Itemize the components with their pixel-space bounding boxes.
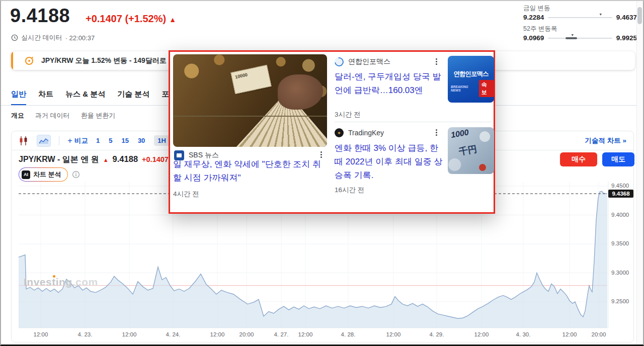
watermark: Investing.com: [24, 276, 98, 288]
sell-button[interactable]: 매도: [602, 152, 634, 166]
up-arrow-icon: ▲: [169, 16, 176, 24]
yonhap-infomax-icon: [333, 55, 345, 68]
clock-icon: [11, 34, 18, 41]
technical-chart-link[interactable]: 기술적 차트 »: [585, 136, 626, 145]
x-axis-label: 4. 28.: [335, 331, 361, 337]
news-timestamp: 3시간 전: [335, 110, 361, 119]
news-headline[interactable]: 일 재무상, 엔화 약세에 "단호한 조치 취할 시점 가까워져": [173, 157, 327, 185]
y-axis-label: 9.4500: [611, 183, 634, 189]
x-axis-label: 12:00: [380, 331, 407, 337]
chart-price: 9.4188: [113, 154, 138, 164]
w52-range-label: 52주 변동폭: [523, 25, 637, 33]
popup-divider: [335, 122, 492, 122]
realtime-time: · 22:00:37: [65, 34, 95, 42]
compare-button[interactable]: +비교: [67, 136, 88, 146]
news-popup: 10000 SBS 뉴스 일 재무상, 엔화 약세에 "단호한 조치 취할 시점…: [169, 50, 495, 214]
x-axis-label: 12:00: [28, 331, 54, 337]
daily-range-bar: ▼: [548, 17, 612, 18]
w52-low: 9.0969: [523, 34, 544, 42]
w52-marker-icon: ▼: [571, 33, 574, 37]
ai-label: 차트 분석: [33, 170, 61, 179]
realtime-label: 실시간 데이터: [21, 33, 62, 42]
news-timestamp: 16시간 전: [335, 186, 364, 195]
main-tabs: 일반차트뉴스 & 분석기술 분석포럼: [11, 90, 177, 106]
banner-accent-bar: [11, 51, 13, 70]
x-axis-label: 4. 30.: [510, 331, 536, 337]
w52-range-row: 9.0969 ▼ 9.9925: [523, 34, 637, 42]
investing-jpykrw-page: 9.4188 +0.1407 (+1.52%)▲ 실시간 데이터 · 22:00…: [0, 0, 644, 346]
range-panel: 금일 변동 9.2284 ▼ 9.4637 52주 변동폭 9.0969 ▼ 9…: [523, 4, 637, 45]
news-timestamp: 4시간 전: [173, 190, 199, 199]
news-headline[interactable]: 엔화 한때 3% 이상 급등, 한때 2022년 이후 최대 일중 상승폭 기록…: [335, 141, 444, 182]
x-axis-label: 12:00: [204, 331, 230, 337]
w52-range-segment: [566, 37, 577, 39]
realtime-row: 실시간 데이터 · 22:00:37: [11, 33, 95, 42]
buy-button[interactable]: 매수: [560, 152, 597, 166]
more-options-icon[interactable]: [436, 129, 437, 131]
subnav-item-0[interactable]: 개요: [11, 111, 24, 120]
scrollbar-thumb[interactable]: [637, 7, 642, 24]
interval-1H[interactable]: 1H: [154, 135, 170, 146]
more-options-icon[interactable]: [320, 151, 322, 153]
watermark-dot: [53, 275, 55, 278]
x-axis-label: 20:00: [586, 331, 612, 337]
y-axis-label: 9.3000: [611, 270, 634, 276]
daily-low: 9.2284: [523, 14, 544, 21]
tab-2[interactable]: 뉴스 & 분석: [65, 90, 105, 106]
x-axis-label: 4. 23.: [72, 331, 98, 337]
w52-range-bar: ▼: [548, 38, 612, 39]
sub-nav: 개요과거 데이터환율 변환기: [11, 111, 115, 120]
more-options-icon[interactable]: [436, 58, 437, 60]
news-thumbnail-yonhap[interactable]: 연합인포맥스 BREAKING NEWS속보: [448, 56, 494, 103]
interval-15[interactable]: 15: [121, 137, 128, 144]
interval-30[interactable]: 30: [138, 137, 145, 144]
y-axis-label: 9.2500: [611, 298, 634, 304]
news-thumbnail-yen-note[interactable]: 1000 千円: [448, 127, 494, 174]
daily-high: 9.4637: [616, 14, 637, 21]
interval-5[interactable]: 5: [109, 137, 112, 144]
tradingkey-icon: ✦: [335, 128, 344, 137]
info-icon[interactable]: [72, 170, 80, 179]
w52-high: 9.9925: [616, 34, 637, 42]
daily-marker-icon: ▼: [599, 13, 602, 16]
subnav-item-1[interactable]: 과거 데이터: [35, 111, 70, 120]
news-source-name: TradingKey: [348, 129, 384, 137]
news-source-row: 연합인포맥스: [335, 57, 390, 66]
chart-up-arrow-icon: ▲: [103, 157, 109, 163]
news-headline[interactable]: 달러-엔, 구두개입성 당국 발언에 급반락…160.03엔: [335, 70, 444, 97]
current-price-badge: 9.4368: [608, 190, 633, 198]
x-axis-label: 4. 29.: [424, 331, 450, 337]
y-axis-label: 9.3500: [611, 240, 634, 246]
scrollbar-track[interactable]: [636, 1, 643, 344]
tab-1[interactable]: 차트: [38, 90, 53, 106]
x-axis-label: 4. 24.: [160, 331, 186, 337]
tab-3[interactable]: 기술 분석: [117, 90, 149, 106]
subnav-item-2[interactable]: 환율 변환기: [81, 111, 116, 120]
daily-range-row: 9.2284 ▼ 9.4637: [523, 14, 637, 21]
ai-analysis-row: AI 차트 분석: [19, 167, 80, 182]
tab-0[interactable]: 일반: [11, 90, 26, 106]
news-image-yen-fan[interactable]: 10000: [173, 54, 327, 147]
x-axis-label: 12:00: [556, 331, 583, 337]
target-icon: [24, 56, 34, 66]
ai-icon: AI: [22, 170, 30, 179]
x-axis-label: 4. 27.: [268, 331, 294, 337]
x-axis-label: 12:00: [468, 331, 495, 337]
news-source-row: ✦ TradingKey: [335, 128, 384, 137]
news-source-name: 연합인포맥스: [348, 57, 390, 66]
ai-chart-analysis-button[interactable]: AI 차트 분석: [19, 167, 68, 182]
daily-range-label: 금일 변동: [523, 4, 637, 13]
candlestick-chart-icon[interactable]: [19, 136, 29, 145]
interval-1[interactable]: 1: [96, 137, 100, 144]
price-change: +0.1407 (+1.52%)▲: [86, 13, 176, 25]
toolbar-divider: [59, 136, 59, 145]
x-axis-label: 12:00: [292, 331, 318, 337]
x-axis-label: 20:00: [233, 331, 260, 337]
x-axis-label: 12:00: [116, 331, 142, 337]
current-price: 9.4188: [10, 5, 70, 27]
area-chart-icon[interactable]: [37, 135, 51, 147]
chart-symbol: JPY/KRW - 일본 엔 원: [19, 154, 99, 165]
y-axis-label: 9.4000: [611, 212, 634, 218]
